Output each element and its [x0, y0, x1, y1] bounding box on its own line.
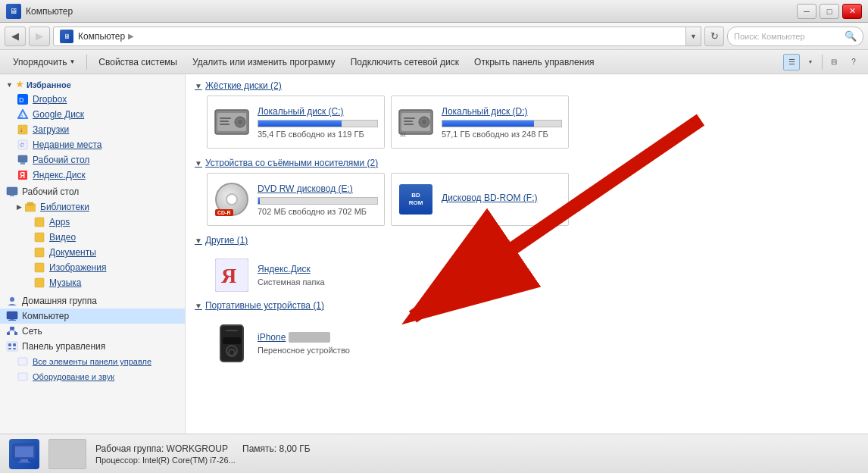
sidebar-item-libraries[interactable]: ▶ Библиотеки — [0, 199, 185, 215]
dropbox-icon: D — [17, 93, 29, 105]
title-bar: 🖥 Компьютер ─ □ ✕ — [0, 0, 868, 23]
desktop-root-label: Рабочий стол — [22, 186, 79, 197]
sidebar-item-docs[interactable]: Документы — [0, 245, 185, 260]
sidebar-item-apps[interactable]: Apps — [0, 215, 185, 230]
sidebar-item-cp-hw[interactable]: Оборудование и звук — [0, 369, 185, 384]
forward-button[interactable]: ▶ — [29, 27, 50, 46]
svg-rect-41 — [220, 117, 231, 119]
address-field[interactable]: 🖥 Компьютер ▶ — [53, 27, 686, 46]
sidebar-item-downloads[interactable]: ↓ Загрузки — [0, 122, 185, 137]
section-title-other[interactable]: ▼ Другие (1) — [195, 235, 859, 246]
sidebar-item-network[interactable]: Сеть — [0, 324, 185, 339]
section-title-portable[interactable]: ▼ Портативные устройства (1) — [195, 300, 859, 311]
video-label: Видео — [49, 232, 76, 243]
svg-rect-36 — [18, 373, 27, 381]
svg-rect-31 — [8, 343, 11, 346]
svg-rect-22 — [7, 312, 17, 319]
section-hard-drives: ▼ Жёсткие диски (2) — [195, 80, 859, 149]
drive-item-c[interactable]: Локальный диск (C:) 35,4 ГБ свободно из … — [207, 96, 385, 149]
yadisk-fav-icon: Я — [17, 169, 29, 181]
search-icon[interactable]: 🔍 — [845, 30, 857, 42]
search-box[interactable]: Поиск: Компьютер 🔍 — [727, 27, 863, 46]
sidebar-item-gdrive[interactable]: G Google Диск — [0, 107, 185, 122]
iphone-name-blurred: ██████ — [289, 332, 330, 343]
sidebar-item-homegroup[interactable]: Домашняя группа — [0, 293, 185, 309]
docs-label: Документы — [49, 247, 96, 258]
drive-info-c: Локальный диск (C:) 35,4 ГБ свободно из … — [258, 106, 378, 139]
status-processor: Процессор: Intel(R) Core(TM) i7-26... — [95, 456, 311, 465]
portable-item-iphone[interactable]: iPhone ██████ Переносное устройство — [207, 315, 385, 371]
address-dropdown-button[interactable]: ▼ — [686, 27, 701, 46]
section-title-removable[interactable]: ▼ Устройства со съёмными носителями (2) — [195, 158, 859, 168]
view-pane-button[interactable]: ⊟ — [826, 54, 842, 70]
svg-rect-8 — [18, 155, 27, 162]
map-drive-button[interactable]: Подключить сетевой диск — [344, 52, 466, 72]
sidebar-item-desktop[interactable]: Рабочий стол — [0, 152, 185, 168]
section-title-hard-drives[interactable]: ▼ Жёсткие диски (2) — [195, 80, 859, 91]
sidebar-item-images[interactable]: Изображения — [0, 260, 185, 275]
sidebar-item-computer[interactable]: Компьютер — [0, 309, 185, 324]
computer-icon — [6, 310, 18, 322]
view-details-button[interactable]: ☰ — [783, 54, 800, 70]
refresh-button[interactable]: ↻ — [704, 27, 724, 46]
section-expand-removable: ▼ — [195, 159, 202, 168]
system-props-button[interactable]: Свойства системы — [92, 52, 184, 72]
drive-item-d[interactable]: 32 Локальный диск (D:) 57,1 ГБ свободно … — [391, 96, 569, 149]
docs-icon — [33, 246, 45, 258]
svg-point-21 — [10, 297, 14, 302]
address-path-text: Компьютер — [78, 31, 125, 42]
open-cp-button[interactable]: Открыть панель управления — [467, 52, 601, 72]
sidebar-item-yadisk-fav[interactable]: Я Яндекс.Диск — [0, 168, 185, 183]
svg-point-47 — [422, 120, 426, 124]
controlpanel-icon — [6, 340, 18, 352]
svg-line-29 — [12, 330, 16, 332]
drive-name-bd: Дисковод BD-ROM (F:) — [442, 193, 562, 203]
sidebar-item-dropbox[interactable]: D Dropbox — [0, 92, 185, 107]
yadisk-other-subtext: Системная папка — [258, 277, 325, 287]
svg-rect-43 — [220, 124, 229, 125]
desktop-icon — [17, 154, 29, 166]
sidebar-item-recent[interactable]: ⏱ Недавние места — [0, 137, 185, 152]
address-icon: 🖥 — [60, 30, 73, 43]
svg-rect-33 — [8, 348, 11, 349]
svg-rect-9 — [20, 162, 25, 164]
svg-rect-19 — [35, 263, 44, 272]
section-label-removable: Устройства со съёмными носителями (2) — [205, 158, 378, 168]
apps-label: Apps — [49, 217, 70, 227]
drive-item-bd[interactable]: BDROM Дисковод BD-ROM (F:) — [391, 173, 569, 226]
sidebar-item-desktop-root[interactable]: Рабочий стол — [0, 184, 185, 199]
other-item-yadisk[interactable]: Я Яндекс.Диск Системная папка — [207, 250, 385, 300]
toolbar: Упорядочить ▼ Свойства системы Удалить и… — [0, 50, 868, 74]
drive-item-dvd[interactable]: CD-R DVD RW дисковод (E:) 702 МБ свободн… — [207, 173, 385, 226]
drive-free-dvd: 702 МБ свободно из 702 МБ — [258, 207, 378, 216]
title-bar-controls: ─ □ ✕ — [797, 4, 862, 19]
sidebar-item-music[interactable]: Музыка — [0, 275, 185, 290]
help-button[interactable]: ? — [845, 54, 862, 70]
section-label-other: Другие (1) — [205, 235, 248, 246]
svg-text:D: D — [19, 96, 24, 104]
svg-text:G: G — [19, 113, 23, 118]
close-button[interactable]: ✕ — [842, 4, 862, 19]
sidebar-item-cp-all[interactable]: Все элементы панели управле — [0, 354, 185, 369]
bd-disc-icon: BDROM — [399, 184, 432, 215]
content-area: ▼ Жёсткие диски (2) — [186, 74, 868, 377]
status-bar: Рабочая группа: WORKGROUP Память: 8,00 Г… — [0, 434, 868, 473]
maximize-button[interactable]: □ — [820, 4, 839, 19]
title-bar-left: 🖥 Компьютер — [6, 4, 73, 19]
sidebar: ▼ ★ Избранное D Dropbox G Google Диск ↓ — [0, 74, 186, 434]
iphone-icon-wrap — [214, 322, 250, 365]
libraries-label: Библиотеки — [40, 202, 89, 212]
iphone-device-icon — [220, 324, 244, 362]
sidebar-favorites-header[interactable]: ▼ ★ Избранное — [0, 77, 185, 92]
minimize-button[interactable]: ─ — [797, 4, 816, 19]
favorites-label: Избранное — [27, 80, 71, 89]
sidebar-item-video[interactable]: Видео — [0, 230, 185, 245]
drive-icon-d: 32 — [398, 104, 434, 140]
uninstall-button[interactable]: Удалить или изменить программу — [186, 52, 342, 72]
drive-icon-bd: BDROM — [398, 181, 434, 218]
drive-progress-c — [258, 120, 378, 127]
organize-button[interactable]: Упорядочить ▼ — [6, 52, 82, 72]
sidebar-item-controlpanel[interactable]: Панель управления — [0, 339, 185, 354]
back-button[interactable]: ◀ — [5, 27, 26, 46]
view-dropdown-button[interactable]: ▼ — [802, 54, 819, 70]
